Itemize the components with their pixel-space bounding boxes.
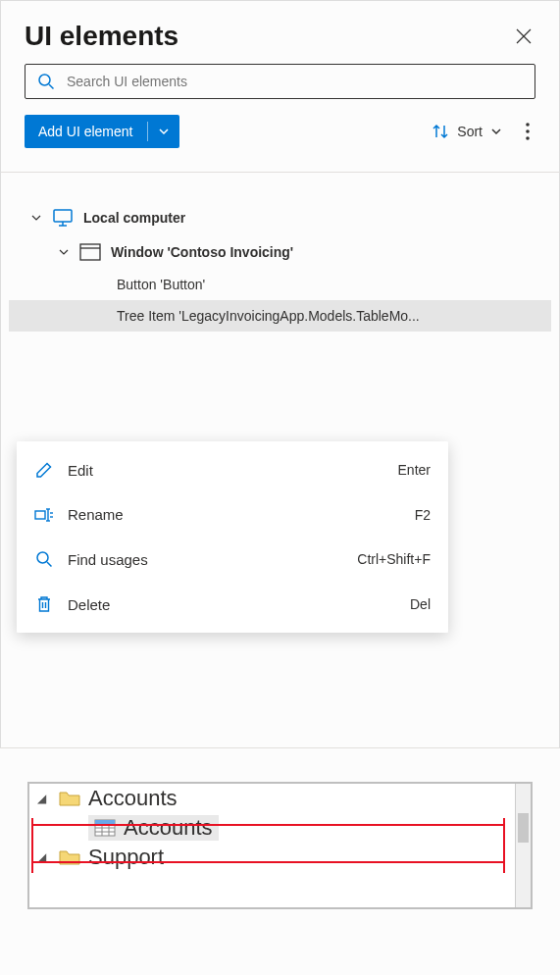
context-item-label: Delete <box>68 596 396 613</box>
add-button-label: Add UI element <box>25 124 147 139</box>
delete-icon <box>34 595 54 613</box>
sort-icon <box>432 123 449 140</box>
context-item-label: Edit <box>68 462 384 479</box>
context-menu: Edit Enter Rename F2 Find usages Ctrl+Sh… <box>17 441 448 633</box>
preview-label: Support <box>88 845 164 870</box>
close-button[interactable] <box>512 25 535 48</box>
element-preview-panel: ◢ Accounts Accounts ◢ Support <box>0 747 560 975</box>
svg-point-3 <box>526 129 530 133</box>
context-menu-rename[interactable]: Rename F2 <box>17 492 448 537</box>
sort-button[interactable]: Sort <box>426 119 508 144</box>
more-vertical-icon <box>526 123 530 140</box>
chevron-down-icon <box>58 246 70 258</box>
computer-icon <box>52 208 74 228</box>
expand-icon: ◢ <box>31 792 51 805</box>
window-icon <box>79 243 101 261</box>
svg-point-0 <box>39 75 50 85</box>
svg-line-17 <box>47 562 52 567</box>
context-item-shortcut: F2 <box>415 507 431 523</box>
svg-rect-5 <box>54 210 72 222</box>
expand-icon: ◢ <box>31 850 51 864</box>
context-menu-find-usages[interactable]: Find usages Ctrl+Shift+F <box>17 537 448 582</box>
context-item-shortcut: Ctrl+Shift+F <box>357 551 431 567</box>
add-ui-element-button[interactable]: Add UI element <box>25 115 179 148</box>
search-icon <box>37 73 55 90</box>
context-item-shortcut: Del <box>410 596 431 612</box>
tree-item[interactable]: Button 'Button' <box>9 269 551 300</box>
context-menu-edit[interactable]: Edit Enter <box>17 447 448 492</box>
tree-node-local-computer[interactable]: Local computer <box>9 200 551 235</box>
svg-rect-8 <box>80 244 100 260</box>
folder-icon <box>59 848 80 866</box>
svg-rect-10 <box>35 511 45 519</box>
svg-line-1 <box>49 84 54 89</box>
ui-elements-tree: Local computer Window 'Contoso Invoicing… <box>1 172 559 332</box>
tree-item[interactable]: Tree Item 'LegacyInvoicingApp.Models.Tab… <box>9 300 551 332</box>
preview-label: Accounts <box>88 786 178 811</box>
edit-icon <box>34 461 54 479</box>
scrollbar[interactable] <box>515 784 531 907</box>
search-box[interactable] <box>25 64 535 99</box>
rename-icon <box>34 507 54 523</box>
context-item-label: Find usages <box>68 551 343 568</box>
panel-title: UI elements <box>25 21 178 52</box>
context-item-label: Rename <box>68 506 401 523</box>
sort-label: Sort <box>457 124 483 139</box>
context-menu-delete[interactable]: Delete Del <box>17 582 448 627</box>
table-icon <box>94 819 116 837</box>
context-item-shortcut: Enter <box>398 462 431 478</box>
chevron-down-icon <box>30 212 42 224</box>
chevron-down-icon <box>158 126 170 137</box>
tree-node-window[interactable]: Window 'Contoso Invoicing' <box>9 235 551 269</box>
svg-point-2 <box>526 123 530 127</box>
tree-node-label: Window 'Contoso Invoicing' <box>111 244 293 260</box>
folder-icon <box>59 790 80 807</box>
svg-point-16 <box>37 552 48 563</box>
find-icon <box>34 550 54 568</box>
tree-item-label: Tree Item 'LegacyInvoicingApp.Models.Tab… <box>117 308 420 324</box>
add-dropdown-button[interactable] <box>148 126 179 137</box>
tree-item-label: Button 'Button' <box>117 277 205 292</box>
preview-label: Accounts <box>124 815 213 841</box>
svg-rect-19 <box>95 820 115 824</box>
close-icon <box>516 28 532 44</box>
preview-screenshot: ◢ Accounts Accounts ◢ Support <box>27 782 533 909</box>
tree-node-label: Local computer <box>83 210 185 226</box>
chevron-down-icon <box>490 126 502 137</box>
more-options-button[interactable] <box>520 117 535 146</box>
svg-point-4 <box>526 136 530 140</box>
search-input[interactable] <box>67 74 523 89</box>
